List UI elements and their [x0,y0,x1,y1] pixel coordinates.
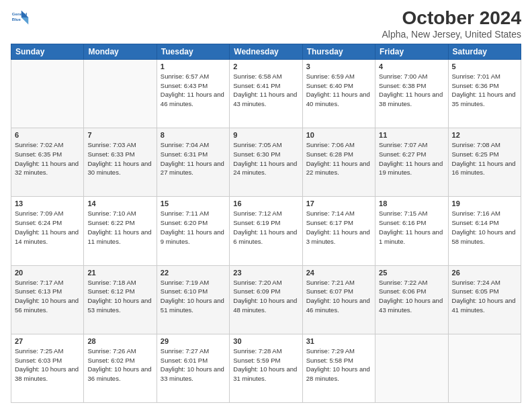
page-header: General Blue October 2024 Alpha, New Jer… [11,8,521,40]
day-info: Sunrise: 7:10 AM Sunset: 6:22 PM Dayligh… [87,209,152,246]
day-info: Sunrise: 7:11 AM Sunset: 6:20 PM Dayligh… [161,209,226,246]
table-row: 5Sunrise: 7:01 AM Sunset: 6:36 PM Daylig… [448,59,521,128]
svg-text:Blue: Blue [12,17,21,21]
table-row: 21Sunrise: 7:18 AM Sunset: 6:12 PM Dayli… [84,265,157,334]
table-row: 10Sunrise: 7:06 AM Sunset: 6:28 PM Dayli… [302,128,375,197]
day-number: 30 [233,337,298,345]
day-number: 27 [15,337,80,345]
day-info: Sunrise: 6:58 AM Sunset: 6:41 PM Dayligh… [233,72,298,109]
table-row: 7Sunrise: 7:03 AM Sunset: 6:33 PM Daylig… [84,128,157,197]
calendar-week-row: 6Sunrise: 7:02 AM Sunset: 6:35 PM Daylig… [11,128,521,197]
table-row: 2Sunrise: 6:58 AM Sunset: 6:41 PM Daylig… [230,59,302,128]
col-tuesday: Tuesday [157,44,229,59]
day-info: Sunrise: 7:29 AM Sunset: 5:58 PM Dayligh… [306,347,371,383]
day-number: 11 [379,131,444,139]
table-row [11,59,84,128]
col-sunday: Sunday [11,44,84,59]
day-info: Sunrise: 7:09 AM Sunset: 6:24 PM Dayligh… [15,209,80,246]
table-row: 17Sunrise: 7:14 AM Sunset: 6:17 PM Dayli… [302,197,375,265]
table-row: 24Sunrise: 7:21 AM Sunset: 6:07 PM Dayli… [302,265,375,334]
table-row: 1Sunrise: 6:57 AM Sunset: 6:43 PM Daylig… [157,59,229,128]
table-row: 20Sunrise: 7:17 AM Sunset: 6:13 PM Dayli… [11,265,84,334]
day-info: Sunrise: 7:22 AM Sunset: 6:06 PM Dayligh… [379,278,444,315]
day-number: 5 [452,62,517,71]
table-row: 9Sunrise: 7:05 AM Sunset: 6:30 PM Daylig… [230,128,302,197]
day-info: Sunrise: 7:18 AM Sunset: 6:12 PM Dayligh… [87,278,152,315]
col-monday: Monday [84,44,157,59]
calendar-week-row: 1Sunrise: 6:57 AM Sunset: 6:43 PM Daylig… [11,59,521,128]
day-info: Sunrise: 7:19 AM Sunset: 6:10 PM Dayligh… [161,278,226,315]
day-info: Sunrise: 6:57 AM Sunset: 6:43 PM Dayligh… [161,72,226,109]
title-block: October 2024 Alpha, New Jersey, United S… [382,8,521,40]
day-number: 4 [379,62,444,71]
logo-icon: General Blue [11,8,30,27]
day-number: 18 [379,199,444,208]
day-info: Sunrise: 7:12 AM Sunset: 6:19 PM Dayligh… [233,209,298,246]
calendar-week-row: 27Sunrise: 7:25 AM Sunset: 6:03 PM Dayli… [11,334,521,402]
day-number: 26 [452,269,517,277]
day-info: Sunrise: 7:07 AM Sunset: 6:27 PM Dayligh… [379,140,444,177]
table-row: 3Sunrise: 6:59 AM Sunset: 6:40 PM Daylig… [302,59,375,128]
day-info: Sunrise: 7:28 AM Sunset: 5:59 PM Dayligh… [233,347,298,383]
day-info: Sunrise: 7:14 AM Sunset: 6:17 PM Dayligh… [306,209,371,246]
calendar-week-row: 20Sunrise: 7:17 AM Sunset: 6:13 PM Dayli… [11,265,521,334]
table-row: 22Sunrise: 7:19 AM Sunset: 6:10 PM Dayli… [157,265,229,334]
day-number: 7 [87,131,152,139]
col-friday: Friday [375,44,448,59]
day-number: 12 [452,131,517,139]
logo: General Blue [11,8,30,27]
day-info: Sunrise: 7:24 AM Sunset: 6:05 PM Dayligh… [452,278,517,315]
table-row: 13Sunrise: 7:09 AM Sunset: 6:24 PM Dayli… [11,197,84,265]
day-info: Sunrise: 7:00 AM Sunset: 6:38 PM Dayligh… [379,72,444,109]
day-info: Sunrise: 7:27 AM Sunset: 6:01 PM Dayligh… [161,347,226,383]
day-info: Sunrise: 7:16 AM Sunset: 6:14 PM Dayligh… [452,209,517,246]
day-info: Sunrise: 7:17 AM Sunset: 6:13 PM Dayligh… [15,278,80,315]
day-info: Sunrise: 6:59 AM Sunset: 6:40 PM Dayligh… [306,72,371,109]
day-info: Sunrise: 7:08 AM Sunset: 6:25 PM Dayligh… [452,140,517,177]
day-number: 22 [161,269,226,277]
day-number: 23 [233,269,298,277]
day-number: 1 [161,62,226,71]
table-row: 15Sunrise: 7:11 AM Sunset: 6:20 PM Dayli… [157,197,229,265]
col-thursday: Thursday [302,44,375,59]
table-row [448,334,521,402]
svg-text:General: General [12,11,28,16]
day-number: 14 [87,199,152,208]
table-row: 31Sunrise: 7:29 AM Sunset: 5:58 PM Dayli… [302,334,375,402]
col-wednesday: Wednesday [230,44,302,59]
day-number: 20 [15,269,80,277]
table-row: 6Sunrise: 7:02 AM Sunset: 6:35 PM Daylig… [11,128,84,197]
day-number: 2 [233,62,298,71]
table-row: 12Sunrise: 7:08 AM Sunset: 6:25 PM Dayli… [448,128,521,197]
table-row: 16Sunrise: 7:12 AM Sunset: 6:19 PM Dayli… [230,197,302,265]
day-info: Sunrise: 7:15 AM Sunset: 6:16 PM Dayligh… [379,209,444,246]
day-info: Sunrise: 7:02 AM Sunset: 6:35 PM Dayligh… [15,140,80,177]
day-info: Sunrise: 7:26 AM Sunset: 6:02 PM Dayligh… [87,347,152,383]
table-row: 28Sunrise: 7:26 AM Sunset: 6:02 PM Dayli… [84,334,157,402]
day-number: 19 [452,199,517,208]
table-row: 30Sunrise: 7:28 AM Sunset: 5:59 PM Dayli… [230,334,302,402]
day-number: 24 [306,269,371,277]
day-number: 6 [15,131,80,139]
day-number: 21 [87,269,152,277]
day-info: Sunrise: 7:01 AM Sunset: 6:36 PM Dayligh… [452,72,517,109]
day-number: 28 [87,337,152,345]
day-number: 13 [15,199,80,208]
day-number: 15 [161,199,226,208]
calendar-table: Sunday Monday Tuesday Wednesday Thursday… [11,44,521,403]
table-row: 25Sunrise: 7:22 AM Sunset: 6:06 PM Dayli… [375,265,448,334]
day-number: 25 [379,269,444,277]
day-number: 17 [306,199,371,208]
table-row: 18Sunrise: 7:15 AM Sunset: 6:16 PM Dayli… [375,197,448,265]
day-number: 10 [306,131,371,139]
day-info: Sunrise: 7:21 AM Sunset: 6:07 PM Dayligh… [306,278,371,315]
table-row: 26Sunrise: 7:24 AM Sunset: 6:05 PM Dayli… [448,265,521,334]
table-row: 23Sunrise: 7:20 AM Sunset: 6:09 PM Dayli… [230,265,302,334]
calendar-header-row: Sunday Monday Tuesday Wednesday Thursday… [11,44,521,59]
day-info: Sunrise: 7:04 AM Sunset: 6:31 PM Dayligh… [161,140,226,177]
month-year-title: October 2024 [382,8,521,29]
calendar-week-row: 13Sunrise: 7:09 AM Sunset: 6:24 PM Dayli… [11,197,521,265]
table-row: 14Sunrise: 7:10 AM Sunset: 6:22 PM Dayli… [84,197,157,265]
table-row: 29Sunrise: 7:27 AM Sunset: 6:01 PM Dayli… [157,334,229,402]
table-row: 19Sunrise: 7:16 AM Sunset: 6:14 PM Dayli… [448,197,521,265]
